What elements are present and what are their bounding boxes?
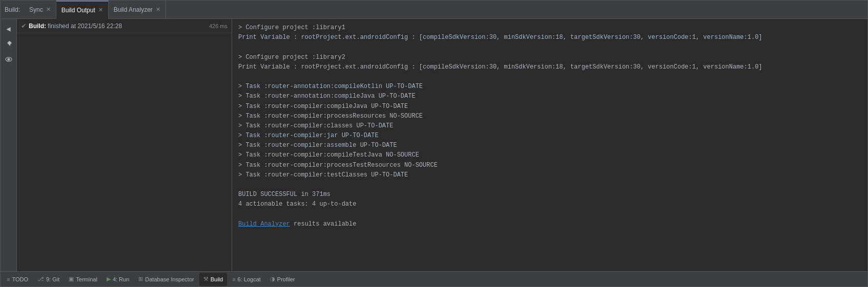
- tab-build-output[interactable]: Build Output ✕: [56, 1, 109, 19]
- tab-build-analyzer[interactable]: Build Analyzer ✕: [109, 1, 166, 19]
- console-panel[interactable]: > Configure project :library1 Print Vari…: [232, 19, 867, 271]
- tab-bar: Build: Sync ✕ Build Output ✕ Build Analy…: [1, 1, 867, 19]
- bottom-tab-logcat-label: 6: Logcat: [238, 276, 261, 282]
- console-line-1: > Configure project :library1 Print Vari…: [238, 24, 762, 208]
- eye-icon[interactable]: [3, 54, 14, 65]
- build-analyzer-link[interactable]: Build Analyzer: [238, 220, 290, 228]
- logcat-icon: ≡: [232, 276, 235, 282]
- bottom-tab-database-inspector[interactable]: ⊞ Database Inspector: [134, 273, 198, 286]
- back-icon[interactable]: ◀: [3, 23, 14, 34]
- bottom-tab-build[interactable]: ⚒ Build: [199, 273, 227, 286]
- bottom-tab-run[interactable]: ▶ 4: Run: [102, 273, 133, 286]
- left-panel: ✔ Build: finished at 2021/5/16 22:28 426…: [17, 19, 232, 271]
- bottom-tab-profiler-label: Profiler: [277, 276, 295, 282]
- tab-sync-close[interactable]: ✕: [46, 6, 51, 13]
- profiler-icon: ◑: [270, 276, 275, 282]
- database-inspector-icon: ⊞: [138, 276, 143, 282]
- bottom-tab-run-label: 4: Run: [113, 276, 129, 282]
- bottom-tab-git-label: 9: Git: [46, 276, 59, 282]
- build-time: 426 ms: [209, 23, 228, 29]
- bottom-tab-database-inspector-label: Database Inspector: [145, 276, 194, 282]
- bottom-toolbar: ≡ TODO ⎇ 9: Git ▣ Terminal ▶ 4: Run ⊞ Da…: [1, 271, 867, 286]
- tab-build-analyzer-close[interactable]: ✕: [156, 6, 160, 13]
- console-link-suffix: results available: [290, 220, 357, 228]
- bottom-tab-logcat[interactable]: ≡ 6: Logcat: [228, 273, 265, 286]
- tab-sync[interactable]: Sync ✕: [24, 1, 56, 19]
- tab-build-analyzer-label: Build Analyzer: [114, 6, 153, 13]
- bottom-tab-terminal[interactable]: ▣ Terminal: [65, 273, 101, 286]
- build-status-bold: Build:: [29, 23, 46, 30]
- bottom-tab-todo[interactable]: ≡ TODO: [3, 273, 32, 286]
- bottom-tab-build-label: Build: [211, 276, 223, 282]
- pin-icon[interactable]: [3, 38, 14, 50]
- bottom-tab-profiler[interactable]: ◑ Profiler: [266, 273, 299, 286]
- tab-prefix: Build:: [5, 6, 20, 13]
- bottom-tab-terminal-label: Terminal: [76, 276, 97, 282]
- build-status-detail: finished at 2021/5/16 22:28: [46, 23, 122, 30]
- build-status-text: Build: finished at 2021/5/16 22:28: [29, 23, 209, 30]
- terminal-icon: ▣: [69, 276, 74, 282]
- build-icon: ⚒: [203, 276, 209, 282]
- todo-icon: ≡: [7, 276, 10, 282]
- build-success-icon: ✔: [21, 22, 27, 30]
- svg-point-1: [8, 58, 10, 60]
- console-output: > Configure project :library1 Print Vari…: [238, 23, 861, 229]
- bottom-tab-git[interactable]: ⎇ 9: Git: [33, 273, 64, 286]
- run-icon: ▶: [107, 276, 111, 282]
- git-icon: ⎇: [37, 276, 44, 282]
- tab-sync-label: Sync: [29, 6, 43, 13]
- build-status-row[interactable]: ✔ Build: finished at 2021/5/16 22:28 426…: [17, 19, 232, 33]
- tab-build-output-label: Build Output: [61, 7, 95, 14]
- tab-build-output-close[interactable]: ✕: [98, 7, 103, 13]
- bottom-tab-todo-label: TODO: [12, 276, 28, 282]
- main-content: ◀ ✔ Build: finished at 2021/5/16 22:28 4…: [1, 19, 867, 271]
- sidebar: ◀: [1, 19, 17, 271]
